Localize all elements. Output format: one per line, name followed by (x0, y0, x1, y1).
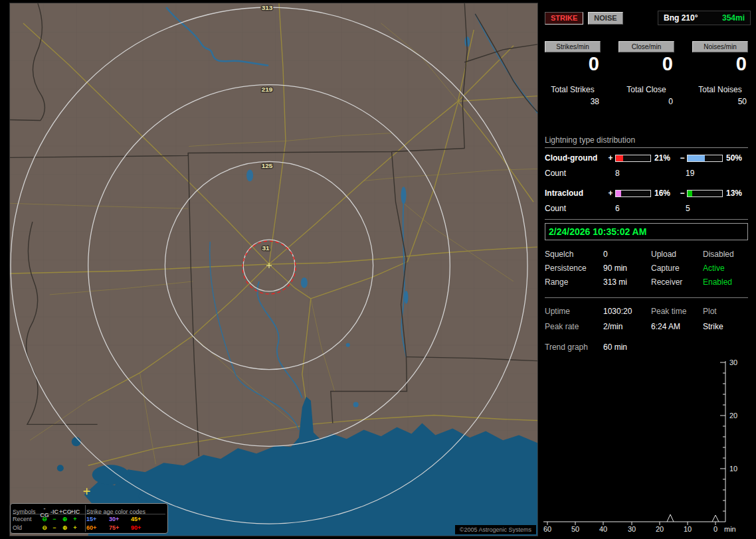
squelch-label: Squelch (545, 250, 603, 259)
recent-pos-ic-icon: + (70, 516, 80, 522)
chart-x-tick: 60 (543, 525, 551, 533)
datetime-value: 2/24/2026 10:35:02 AM (549, 226, 646, 237)
cg-plus-pct: 21% (651, 153, 678, 163)
datetime-display: 2/24/2026 10:35:02 AM (545, 223, 748, 240)
ic-count-row: Count 6 5 (545, 204, 748, 213)
strikes-per-min-chip[interactable]: Strikes/min (545, 41, 601, 52)
legend-col-pos-ic: +IC (70, 508, 80, 515)
chart-x-unit: min (724, 525, 736, 533)
trend-graph-row: Trend graph 60 min (545, 343, 627, 352)
bearing-readout: Bng 210° 354mi (658, 11, 751, 25)
close-per-min-value: 0 (618, 54, 674, 74)
close-per-min-chip[interactable]: Close/min (618, 41, 674, 52)
ic-count-label: Count (545, 204, 615, 213)
chart-y-tick: 10 (729, 465, 737, 473)
copyright-notice: ©2005 Astrogenic Systems (455, 525, 536, 534)
legend-age-title: Strike age color codes (86, 508, 153, 515)
total-strikes-label: Total Strikes (545, 85, 601, 94)
strike-mode-button[interactable]: STRIKE (545, 12, 583, 25)
recent-neg-cg-icon: ⊖ (39, 516, 50, 522)
ic-minus-count: 5 (686, 204, 748, 213)
status-panel: STRIKE NOISE Bng 210° 354mi Strikes/min … (543, 4, 751, 536)
cg-plus-count: 8 (615, 169, 686, 178)
peak-rate-value: 2/min (603, 322, 651, 331)
cg-plus-bar (615, 155, 651, 162)
trend-window-value: 60 min (603, 343, 627, 352)
ic-minus-pct: 13% (723, 189, 749, 198)
map-view[interactable]: 313 219 125 31 Symbols -CG -IC +CG +IC S… (9, 3, 538, 536)
noises-stat-column: Noises/min 0 Total Noises 50 (692, 41, 748, 106)
cg-minus-bar (687, 155, 723, 162)
ic-plus-bar (615, 190, 651, 197)
cg-minus-count: 19 (686, 169, 748, 178)
chart-x-tick: 0 (713, 525, 717, 533)
total-noises-label: Total Noises (692, 85, 748, 94)
chart-x-tick: 20 (656, 525, 664, 533)
receiver-value: Enabled (703, 277, 748, 287)
chart-x-tick: 40 (599, 525, 607, 533)
noises-per-min-value: 0 (692, 54, 748, 74)
ic-plus-count: 6 (615, 204, 686, 213)
cg-minus-bar-fill (688, 155, 705, 161)
capture-label: Capture (651, 264, 703, 273)
peak-time-label: Peak time (651, 307, 703, 316)
trend-graph-label: Trend graph (545, 343, 603, 352)
capture-value: Active (703, 264, 748, 273)
strikes-per-min-value: 0 (545, 54, 601, 74)
noise-mode-button[interactable]: NOISE (588, 12, 622, 25)
range-ring-label: 313 (262, 4, 273, 11)
old-pos-cg-icon: ⊕ (59, 524, 70, 531)
peak-time-value: 6:24 AM (651, 322, 703, 331)
settings-grid: Squelch 0 Upload Disabled Persistence 90… (545, 250, 748, 287)
plot-value: Strike (703, 322, 748, 331)
lightning-distribution: Lightning type distribution Cloud-ground… (545, 135, 748, 213)
upload-value: Disabled (703, 250, 748, 259)
trend-spikes (667, 514, 719, 522)
total-noises-value: 50 (692, 97, 748, 106)
cloud-ground-row: Cloud-ground + 21% − 50% (545, 153, 748, 163)
range-ring-label: 219 (262, 86, 273, 93)
legend-recent-label: Recent (13, 516, 39, 522)
squelch-value: 0 (603, 250, 651, 259)
persistence-value: 90 min (603, 264, 651, 273)
chart-x-tick: 30 (628, 525, 636, 533)
legend-divider (85, 505, 86, 532)
ic-minus-bar-fill (688, 191, 692, 196)
noises-per-min-chip[interactable]: Noises/min (692, 41, 748, 52)
range-value: 313 mi (603, 277, 651, 287)
uptime-value: 1030:20 (603, 307, 651, 316)
range-ring-label: 31 (262, 244, 270, 252)
distribution-title: Lightning type distribution (545, 135, 748, 148)
legend-symbols-title: Symbols (13, 508, 39, 515)
age-code-60: 60+ (86, 524, 109, 531)
strikes-stat-column: Strikes/min 0 Total Strikes 38 (545, 41, 601, 106)
legend-old-label: Old (13, 524, 39, 531)
separator (545, 297, 748, 298)
cg-minus-pct: 50% (723, 153, 749, 163)
recent-neg-ic-icon: − (50, 516, 59, 522)
ic-plus-pct: 16% (651, 189, 678, 198)
range-ring-label: 125 (262, 162, 273, 169)
age-code-90: 90+ (131, 524, 153, 531)
receiver-label: Receiver (651, 277, 703, 287)
age-code-75: 75+ (109, 524, 131, 531)
ic-minus-bar (687, 190, 723, 197)
chart-y-tick: 30 (729, 358, 737, 366)
total-close-label: Total Close (618, 85, 674, 94)
age-code-30: 30+ (109, 516, 131, 522)
chart-x-tick: 50 (571, 525, 579, 533)
cg-count-label: Count (545, 169, 615, 178)
recent-pos-cg-icon: ⊕ (59, 516, 70, 522)
total-strikes-value: 38 (545, 97, 601, 106)
bearing-value: Bng 210° (664, 13, 698, 23)
rate-stats: Strikes/min 0 Total Strikes 38 Close/min… (545, 41, 748, 106)
mode-button-row: STRIKE NOISE Bng 210° 354mi (545, 11, 751, 25)
age-code-15: 15+ (86, 516, 109, 522)
minus-sign: − (678, 153, 687, 163)
cg-plus-bar-fill (616, 155, 623, 161)
ic-plus-bar-fill (616, 191, 621, 196)
status-grid: Uptime 1030:20 Peak time Plot Peak rate … (545, 307, 748, 331)
close-stat-column: Close/min 0 Total Close 0 (618, 41, 674, 106)
legend-col-pos-cg: +CG (59, 508, 70, 515)
chart-x-tick: 10 (684, 525, 692, 533)
